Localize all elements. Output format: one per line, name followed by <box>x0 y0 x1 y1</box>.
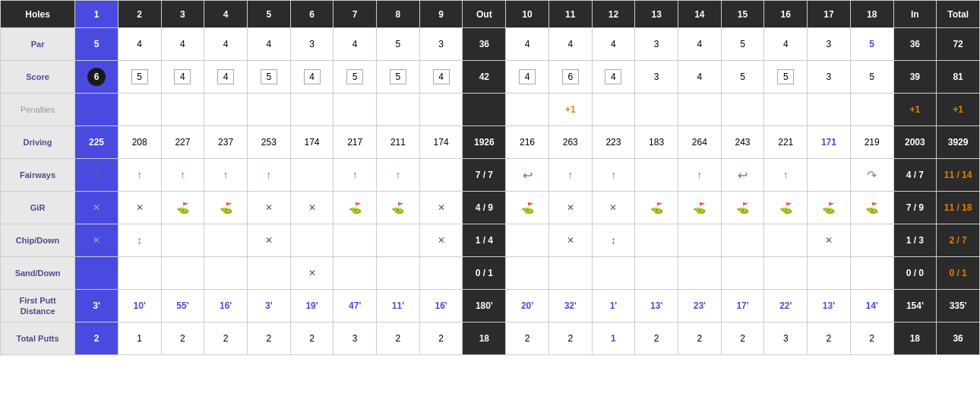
fw-h12: ↑ <box>592 159 635 192</box>
score-box-h10: 4 <box>519 69 536 84</box>
score-h18: 5 <box>850 61 893 94</box>
fw-curve-h15: ↩ <box>738 169 748 182</box>
fpd-h9: 16' <box>419 290 463 322</box>
gir-circle-h3: ⛳ <box>176 202 189 214</box>
drv-h4: 237 <box>204 126 248 159</box>
pen-h5 <box>247 94 290 126</box>
fpd-out: 180' <box>463 290 506 322</box>
gir-h18: ⛳ <box>850 192 893 224</box>
drv-h5: 253 <box>247 126 290 159</box>
chip-h2: ↕ <box>118 224 161 257</box>
chip-down-label: Chip/Down <box>1 224 75 257</box>
drv-h18: 219 <box>850 126 893 159</box>
gir-x-h1: ✕ <box>93 202 100 213</box>
col-h17: 17 <box>808 1 851 28</box>
drv-h15: 243 <box>721 126 764 159</box>
fpd-h4: 16' <box>204 290 248 322</box>
tp-total: 36 <box>937 322 980 355</box>
sand-h1 <box>75 257 119 290</box>
drv-in: 2003 <box>893 126 937 159</box>
chip-updown-h2: ↕ <box>137 234 142 246</box>
gir-x-h5: ✕ <box>265 202 273 213</box>
pen-h9 <box>419 94 463 126</box>
par-h12: 4 <box>592 28 635 61</box>
gir-x-h2: ✕ <box>136 202 144 213</box>
fw-h2: ↑ <box>118 159 161 192</box>
col-h3: 3 <box>161 1 204 28</box>
fw-arrow-h12: ↑ <box>611 169 616 181</box>
sand-in: 0 / 0 <box>893 257 937 290</box>
tp-h6: 2 <box>290 322 334 355</box>
chip-h12: ↕ <box>592 224 635 257</box>
gir-label: GiR <box>1 192 75 224</box>
sand-down-label: Sand/Down <box>1 257 75 290</box>
par-h9: 3 <box>419 28 463 61</box>
fw-h16: ↑ <box>764 159 808 192</box>
tp-out: 18 <box>463 322 506 355</box>
sand-h15 <box>721 257 764 290</box>
fw-arrow-h14: ↑ <box>697 169 702 181</box>
score-h10: 4 <box>506 61 549 94</box>
tp-h16: 3 <box>764 322 808 355</box>
penalties-label: Penalties <box>1 94 75 126</box>
score-box-h3: 4 <box>174 69 191 84</box>
sand-h17 <box>808 257 851 290</box>
gir-h4: ⛳ <box>204 192 248 224</box>
score-h14: 4 <box>678 61 721 94</box>
score-h1: 6 <box>75 61 119 94</box>
col-h15: 15 <box>721 1 764 28</box>
gir-h12: ✕ <box>592 192 635 224</box>
fw-total-val: 11 / 14 <box>944 170 972 180</box>
par-h16: 4 <box>764 28 808 61</box>
fpd-h18: 14' <box>850 290 893 322</box>
fw-h10: ↩ <box>506 159 549 192</box>
fw-arrow-h7: ↑ <box>352 169 358 181</box>
chip-x-h9: ✕ <box>438 235 445 246</box>
par-h17: 3 <box>808 28 851 61</box>
tp-h15: 2 <box>721 322 764 355</box>
gir-total-val: 11 / 18 <box>944 202 972 213</box>
gir-x-h11: ✕ <box>567 202 574 213</box>
gir-x-h12: ✕ <box>609 202 617 213</box>
fpd-h8: 11' <box>377 290 420 322</box>
par-h10: 4 <box>506 28 549 61</box>
drv-h16: 221 <box>764 126 808 159</box>
pen-h1 <box>75 94 119 126</box>
fw-curve-h18: ↷ <box>867 169 877 182</box>
pen-h15 <box>721 94 764 126</box>
penalties-row: Penalties +1 +1 +1 <box>1 94 980 126</box>
sand-out: 0 / 1 <box>463 257 506 290</box>
gir-circle-h10: ⛳ <box>521 202 534 214</box>
chip-h4 <box>204 224 248 257</box>
fpd-h3: 55' <box>161 290 204 322</box>
penalty-in: +1 <box>910 104 921 115</box>
fw-h1: ↑ <box>75 159 119 192</box>
pen-h10 <box>506 94 549 126</box>
col-h11: 11 <box>548 1 592 28</box>
gir-circle-h16: ⛳ <box>779 202 792 214</box>
score-box-h6: 4 <box>304 69 321 84</box>
par-h3: 4 <box>161 28 204 61</box>
total-putts-label: Total Putts <box>1 322 75 355</box>
gir-circle-h14: ⛳ <box>693 202 706 214</box>
drv-out: 1926 <box>463 126 506 159</box>
score-h4: 4 <box>204 61 248 94</box>
pen-h4 <box>204 94 248 126</box>
pen-h14 <box>678 94 721 126</box>
chip-h1: ✕ <box>75 224 119 257</box>
pen-h18 <box>850 94 893 126</box>
fw-arrow-h11: ↑ <box>567 169 573 181</box>
gir-total: 11 / 18 <box>937 192 980 224</box>
gir-h11: ✕ <box>548 192 592 224</box>
score-h5: 5 <box>247 61 290 94</box>
col-h12: 12 <box>592 1 635 28</box>
tp-h4: 2 <box>204 322 248 355</box>
tp-in: 18 <box>893 322 937 355</box>
sand-total-val: 0 / 1 <box>949 268 966 278</box>
pen-h2 <box>118 94 161 126</box>
chip-total: 2 / 7 <box>937 224 980 257</box>
sand-h16 <box>764 257 808 290</box>
sand-h4 <box>204 257 248 290</box>
gir-x-h9: ✕ <box>438 202 445 213</box>
pen-out <box>463 94 506 126</box>
